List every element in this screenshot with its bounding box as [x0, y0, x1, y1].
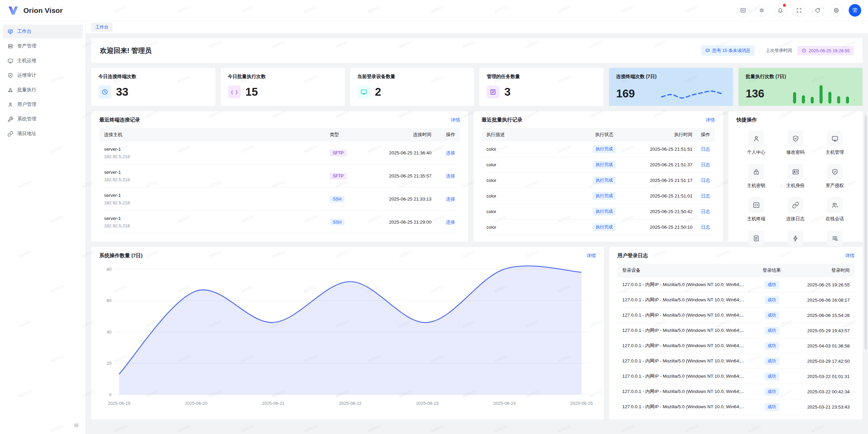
- quick-action[interactable]: 资产授权: [815, 164, 854, 189]
- quick-action-label: 主机管理: [826, 149, 844, 155]
- quick-action-icon: [827, 197, 843, 213]
- connect-link[interactable]: 连接: [446, 220, 455, 225]
- ops-chart-panel: 系统操作数量 (7日) 详情 0204060802025-06-192025-0…: [91, 247, 604, 419]
- sidebar-item[interactable]: 批量执行: [3, 83, 83, 97]
- quick-action[interactable]: 主机身份: [776, 164, 815, 189]
- table-row: color 执行完成 2025-06-25 21:50:42 日志: [482, 204, 715, 220]
- avatar[interactable]: 管: [849, 4, 861, 17]
- sidebar-item[interactable]: 资产管理: [3, 39, 83, 53]
- svg-text:2025-06-24: 2025-06-24: [493, 401, 516, 406]
- log-link[interactable]: 日志: [701, 209, 710, 214]
- panel-title: 系统操作数量 (7日): [99, 252, 143, 259]
- execution-status-badge: 执行完成: [593, 192, 616, 200]
- log-link[interactable]: 日志: [701, 193, 710, 199]
- sidebar-item-label: 系统管理: [17, 116, 68, 122]
- svg-text:2025-06-21: 2025-06-21: [262, 401, 284, 406]
- table-body: color 执行完成 2025-06-25 21:51:51 日志 color …: [482, 141, 715, 235]
- panel-title: 用户登录日志: [617, 252, 648, 259]
- sidebar-item[interactable]: 系统管理: [3, 112, 83, 126]
- host-ip: 182.92.5.218: [104, 200, 330, 205]
- terminal-trend-sparkline: [658, 83, 726, 104]
- sidebar-item[interactable]: 主机运维: [3, 54, 83, 68]
- stat-card: 管理的任务数量 3: [479, 68, 604, 106]
- login-time: 2025-03-22 00:42:34: [790, 389, 850, 394]
- quick-action[interactable]: 在线会话: [815, 197, 854, 222]
- login-device: 127.0.0.1 - 内网IP - Mozilla/5.0 (Windows …: [622, 404, 753, 410]
- log-link[interactable]: 日志: [701, 178, 710, 183]
- column-header: 类型: [330, 132, 367, 138]
- header-icon-button[interactable]: [830, 4, 843, 17]
- quick-action[interactable]: 主机管理: [815, 131, 854, 155]
- sidebar-item-label: 项目地址: [17, 131, 68, 137]
- sidebar: 工作台 资产管理 主机运维 运维审计: [0, 21, 86, 434]
- execution-status-badge: 执行完成: [593, 223, 616, 231]
- stat-card-title: 当前登录设备数量: [357, 74, 467, 80]
- quick-action[interactable]: 个人中心: [736, 131, 776, 155]
- connect-link[interactable]: 连接: [446, 173, 455, 178]
- sidebar-item-icon: [7, 87, 13, 93]
- breadcrumb-tab-workbench[interactable]: 工作台: [91, 22, 113, 32]
- header-icon-button[interactable]: [737, 4, 749, 17]
- log-link[interactable]: 日志: [701, 225, 710, 230]
- table-row: color 执行完成 2025-06-25 21:51:37 日志: [482, 157, 715, 173]
- header-icon-button[interactable]: [774, 4, 787, 17]
- message-icon: [705, 48, 710, 53]
- quick-action[interactable]: 主机终端: [736, 197, 776, 222]
- login-result-badge: 成功: [765, 342, 779, 350]
- header-icon-button[interactable]: [755, 4, 768, 17]
- unread-messages-badge[interactable]: 您有 15 条未读消息: [701, 45, 755, 56]
- welcome-banner: 欢迎回来! 管理员 您有 15 条未读消息 上次登录时间 2025-06-25 …: [91, 38, 863, 63]
- host-name: server-1: [104, 193, 330, 198]
- sidebar-item[interactable]: 用户管理: [3, 98, 83, 111]
- svg-text:2025-06-20: 2025-06-20: [185, 401, 208, 406]
- connect-link[interactable]: 连接: [446, 150, 455, 155]
- batch-records-detail-link[interactable]: 详情: [706, 117, 715, 123]
- scrollbar[interactable]: [865, 115, 867, 350]
- header-icon-button[interactable]: [811, 4, 824, 17]
- sidebar-item-icon: [7, 102, 13, 108]
- connect-link[interactable]: 连接: [446, 196, 455, 202]
- execution-description: color: [487, 209, 584, 214]
- execution-time: 2025-06-25 21:51:01: [625, 193, 692, 199]
- quick-action-icon: [788, 230, 803, 246]
- sidebar-collapse-button[interactable]: [74, 422, 79, 429]
- quick-action-icon: [748, 230, 764, 246]
- login-time: 2025-06-06 15:54:26: [790, 313, 850, 318]
- login-result-badge: 成功: [765, 357, 779, 365]
- table-row: color 执行完成 2025-06-25 21:51:01 日志: [482, 188, 715, 204]
- clock-icon: [802, 48, 806, 53]
- header-icon-button[interactable]: [793, 4, 805, 17]
- host-name: server-1: [104, 147, 330, 152]
- login-result-badge: 成功: [765, 403, 779, 411]
- sidebar-item[interactable]: 运维审计: [3, 69, 83, 82]
- log-link[interactable]: 日志: [701, 162, 710, 167]
- log-link[interactable]: 日志: [701, 147, 710, 152]
- terminal-records-detail-link[interactable]: 详情: [451, 117, 460, 123]
- trend-card-title: 连接终端次数 (7日): [616, 74, 726, 80]
- quick-action[interactable]: 连接日志: [776, 197, 815, 222]
- execution-time: 2025-06-25 21:50:42: [625, 209, 692, 214]
- sidebar-item-label: 资产管理: [17, 43, 68, 49]
- svg-text:2025-06-19: 2025-06-19: [108, 401, 131, 406]
- quick-action[interactable]: 主机密钥: [736, 164, 776, 189]
- sidebar-item-icon: [7, 58, 13, 64]
- sidebar-item[interactable]: 项目地址: [3, 127, 83, 140]
- svg-text:2025-06-25: 2025-06-25: [570, 401, 593, 406]
- column-header: 连接时间: [367, 132, 432, 138]
- sidebar-item-icon: [7, 29, 13, 35]
- sidebar-item[interactable]: 工作台: [3, 25, 83, 38]
- quick-action-label: 修改密码: [786, 149, 805, 155]
- trend-card-title: 批量执行次数 (7日): [746, 74, 855, 80]
- login-logs-detail-link[interactable]: 详情: [845, 253, 854, 259]
- batch-records-panel: 最近批量执行记录 详情 执行描述 执行状态 执行时间 操作 color: [474, 111, 723, 242]
- ops-chart-detail-link[interactable]: 详情: [587, 253, 596, 259]
- notification-dot: [783, 4, 786, 7]
- header-actions: [737, 4, 843, 17]
- quick-action-icon: [788, 164, 803, 180]
- table-row: server-1 182.92.5.218 SSH 2025-06-25 21:…: [99, 188, 460, 211]
- quick-action-icon: [827, 131, 843, 146]
- quick-action-icon: [748, 131, 764, 146]
- host-name: server-1: [104, 216, 330, 221]
- quick-action[interactable]: 修改密码: [776, 131, 815, 155]
- sidebar-item-label: 主机运维: [17, 58, 68, 64]
